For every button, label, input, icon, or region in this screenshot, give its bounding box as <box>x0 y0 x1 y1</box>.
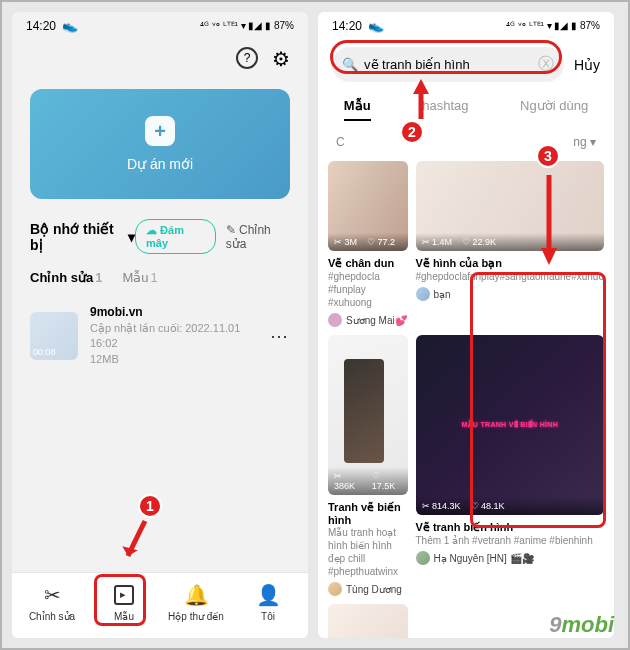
search-value: vẽ tranh biến hình <box>364 57 470 72</box>
filter-right[interactable]: ng ▾ <box>573 135 596 149</box>
new-project-label: Dự án mới <box>127 156 193 172</box>
result-card[interactable] <box>328 604 408 638</box>
result-card[interactable]: ✂ 3M ♡ 77.2 Vẽ chân dun #ghepdocla #funp… <box>328 161 408 327</box>
card-title: Vẽ chân dun <box>328 257 408 270</box>
bell-icon: 🔔 <box>184 583 209 607</box>
card-author: Tùng Dương <box>328 582 408 596</box>
nav-edit[interactable]: ✂ Chỉnh sửa <box>16 583 88 622</box>
tab-user-results[interactable]: Người dùng <box>520 98 588 121</box>
annotation-arrow-1 <box>110 516 150 576</box>
phone-screen-1: 14:20 👟 ⁴ᴳ ᵛᵒ ᴸᵀᴱ¹ ▾ ▮◢ ▮ 87% ? ⚙ + Dự á… <box>12 12 308 638</box>
search-icon: 🔍 <box>342 57 358 72</box>
watermark: 99mobimobi <box>549 612 614 638</box>
status-app-icon: 👟 <box>368 18 384 33</box>
views-stat: ✂ 1.4M <box>422 237 453 247</box>
card-author: Sương Mai💕 <box>328 313 408 327</box>
thumbnail-overlay-text: MẪU TRANH VẼ BIẾN HÌNH <box>461 421 558 429</box>
likes-stat: ♡ 77.2 <box>367 237 395 247</box>
card-author: bạn <box>416 287 605 301</box>
result-card[interactable]: ✂ 1.4M ♡ 22.9K Vẽ hình của bạn #ghepdocl… <box>416 161 605 327</box>
avatar <box>416 287 430 301</box>
result-card[interactable]: ✂ 386K ♡ 17.5K Tranh vẽ biến hình Mẫu tr… <box>328 335 408 596</box>
views-stat: ✂ 386K <box>334 471 362 491</box>
more-icon[interactable]: ⋯ <box>270 325 290 347</box>
svg-marker-1 <box>413 79 429 94</box>
project-name: 9mobi.vn <box>90 305 258 319</box>
project-thumbnail: 00:08 <box>30 312 78 360</box>
help-icon[interactable]: ? <box>236 47 258 69</box>
tab-edit[interactable]: Chỉnh sửa1 <box>30 270 103 285</box>
person-icon: 👤 <box>256 583 281 607</box>
plus-icon: + <box>145 116 175 146</box>
edit-link[interactable]: ✎ Chỉnh sửa <box>226 223 290 251</box>
project-item[interactable]: 00:08 9mobi.vn Cập nhật lần cuối: 2022.1… <box>12 295 308 377</box>
scissors-icon: ✂ <box>44 583 61 607</box>
new-project-button[interactable]: + Dự án mới <box>30 89 290 199</box>
avatar <box>328 313 342 327</box>
avatar <box>416 551 430 565</box>
nav-template[interactable]: Mẫu <box>88 583 160 622</box>
views-stat: ✂ 814.3K <box>422 501 461 511</box>
card-hashtags: #ghepdoclafunplay#sangtaomauhe#xuhuo <box>416 270 605 283</box>
annotation-step-2: 2 <box>400 120 424 144</box>
card-hashtags: #ghepdocla #funplay #xuhuong <box>328 270 408 309</box>
likes-stat: ♡ 48.1K <box>471 501 505 511</box>
cloud-button[interactable]: ☁ Đám mây <box>135 219 216 254</box>
project-updated: Cập nhật lần cuối: 2022.11.01 16:02 <box>90 321 258 352</box>
tab-template-results[interactable]: Mẫu <box>344 98 371 121</box>
svg-marker-2 <box>541 248 557 265</box>
card-title: Vẽ tranh biến hình <box>416 521 605 534</box>
status-bar: 14:20 👟 ⁴ᴳ ᵛᵒ ᴸᵀᴱ¹ ▾ ▮◢ ▮ 87% <box>318 12 614 39</box>
annotation-step-3: 3 <box>536 144 560 168</box>
annotation-arrow-2 <box>406 74 436 124</box>
cancel-button[interactable]: Hủy <box>574 57 600 73</box>
nav-me[interactable]: 👤 Tôi <box>232 583 304 622</box>
card-thumbnail: ✂ 1.4M ♡ 22.9K <box>416 161 605 251</box>
likes-stat: ♡ 22.9K <box>462 237 496 247</box>
result-card-highlighted[interactable]: MẪU TRANH VẼ BIẾN HÌNH ✂ 814.3K ♡ 48.1K … <box>416 335 605 596</box>
filter-left[interactable]: C <box>336 135 345 149</box>
card-description: Thêm 1 ảnh #vetranh #anime #bienhinh <box>416 534 605 547</box>
status-app-icon: 👟 <box>62 18 78 33</box>
card-thumbnail: ✂ 386K ♡ 17.5K <box>328 335 408 495</box>
project-size: 12MB <box>90 352 258 367</box>
nav-inbox[interactable]: 🔔 Hộp thư đến <box>160 583 232 622</box>
status-time: 14:20 <box>332 19 362 33</box>
card-thumbnail <box>328 604 408 638</box>
card-description: Mẫu tranh hoạt hình biến hình đẹp chill … <box>328 526 408 578</box>
card-title: Tranh vẽ biến hình <box>328 501 408 526</box>
status-indicators: ⁴ᴳ ᵛᵒ ᴸᵀᴱ¹ ▾ ▮◢ ▮ 87% <box>506 20 600 31</box>
views-stat: ✂ 3M <box>334 237 357 247</box>
card-thumbnail: ✂ 3M ♡ 77.2 <box>328 161 408 251</box>
settings-icon[interactable]: ⚙ <box>272 47 290 71</box>
phone-screen-2: 14:20 👟 ⁴ᴳ ᵛᵒ ᴸᵀᴱ¹ ▾ ▮◢ ▮ 87% 🔍 vẽ tranh… <box>318 12 614 638</box>
search-input[interactable]: 🔍 vẽ tranh biến hình ⓧ <box>332 47 564 82</box>
annotation-arrow-3 <box>534 170 564 270</box>
bottom-nav: ✂ Chỉnh sửa Mẫu 🔔 Hộp thư đến 👤 Tôi <box>12 572 308 638</box>
results-grid: ✂ 3M ♡ 77.2 Vẽ chân dun #ghepdocla #funp… <box>318 155 614 638</box>
avatar <box>328 582 342 596</box>
status-indicators: ⁴ᴳ ᵛᵒ ᴸᵀᴱ¹ ▾ ▮◢ ▮ 87% <box>200 20 294 31</box>
tab-template[interactable]: Mẫu1 <box>123 270 158 285</box>
status-bar: 14:20 👟 ⁴ᴳ ᵛᵒ ᴸᵀᴱ¹ ▾ ▮◢ ▮ 87% <box>12 12 308 39</box>
templates-icon <box>114 583 134 607</box>
likes-stat: ♡ 17.5K <box>372 471 402 491</box>
annotation-step-1: 1 <box>138 494 162 518</box>
card-thumbnail: MẪU TRANH VẼ BIẾN HÌNH ✂ 814.3K ♡ 48.1K <box>416 335 605 515</box>
card-author: Hạ Nguyên [HN] 🎬🎥 <box>416 551 605 565</box>
storage-title[interactable]: Bộ nhớ thiết bị ▾ <box>30 221 135 253</box>
chevron-down-icon: ▾ <box>128 229 135 245</box>
card-title: Vẽ hình của bạn <box>416 257 605 270</box>
clear-icon[interactable]: ⓧ <box>538 54 554 75</box>
status-time: 14:20 <box>26 19 56 33</box>
